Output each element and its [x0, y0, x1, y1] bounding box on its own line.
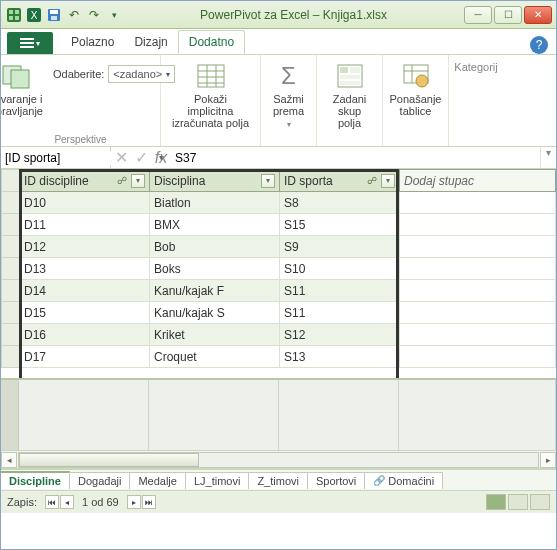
calculation-area[interactable] [1, 378, 556, 450]
sheet-tab-discipline[interactable]: Discipline [0, 471, 70, 489]
cell[interactable]: Croquet [150, 346, 280, 368]
cell[interactable]: D10 [20, 192, 150, 214]
row-header[interactable] [2, 214, 20, 236]
sheet-tab-z_timovi[interactable]: Z_timovi [248, 472, 308, 489]
cell[interactable]: D16 [20, 324, 150, 346]
cell[interactable]: S10 [280, 258, 400, 280]
cell[interactable]: D11 [20, 214, 150, 236]
table-row[interactable]: D14Kanu/kajak FS11 [2, 280, 556, 302]
cell[interactable]: Boks [150, 258, 280, 280]
add-column-header[interactable]: Dodaj stupac [400, 170, 556, 192]
cell[interactable]: S11 [280, 280, 400, 302]
cell[interactable]: D17 [20, 346, 150, 368]
cell[interactable]: Bob [150, 236, 280, 258]
cell[interactable]: S11 [280, 302, 400, 324]
accept-formula-icon[interactable]: ✓ [131, 148, 151, 167]
minimize-button[interactable]: ─ [464, 6, 492, 24]
cell[interactable]: Kriket [150, 324, 280, 346]
sheet-tab-medalje[interactable]: Medalje [129, 472, 186, 489]
calc-area-toggle-button[interactable] [530, 494, 550, 510]
cell[interactable]: S13 [280, 346, 400, 368]
default-field-set-button[interactable]: Zadani skup polja [323, 59, 376, 131]
column-header-id-discipline[interactable]: ID discipline ☍ ▾ [20, 170, 150, 192]
column-header-id-sporta[interactable]: ID sporta ☍ ▾ [280, 170, 400, 192]
scroll-track[interactable] [18, 452, 539, 468]
sheet-tab-domaćini[interactable]: 🔗Domaćini [364, 472, 443, 489]
column-header-disciplina[interactable]: Disciplina ▾ [150, 170, 280, 192]
cell[interactable] [400, 214, 556, 236]
table-row[interactable]: D12BobS9 [2, 236, 556, 258]
record-navigator[interactable]: ⏮ ◂ [45, 495, 74, 509]
undo-icon[interactable]: ↶ [65, 6, 83, 24]
show-implicit-button[interactable]: Pokaži implicitna izračunata polja [167, 59, 254, 131]
sheet-tab-sportovi[interactable]: Sportovi [307, 472, 365, 489]
data-category-button[interactable]: Kategorij [450, 59, 501, 75]
save-icon[interactable] [45, 6, 63, 24]
file-tab[interactable]: ▾ [7, 32, 53, 54]
cancel-formula-icon[interactable]: ✕ [111, 148, 131, 167]
scroll-right-icon[interactable]: ▸ [540, 452, 556, 468]
cell[interactable]: Kanu/kajak S [150, 302, 280, 324]
close-button[interactable]: ✕ [524, 6, 552, 24]
filter-button[interactable]: ▾ [131, 174, 145, 188]
cell[interactable]: S8 [280, 192, 400, 214]
tab-dizajn[interactable]: Dizajn [124, 30, 177, 54]
table-row[interactable]: D11BMXS15 [2, 214, 556, 236]
filter-button[interactable]: ▾ [261, 174, 275, 188]
horizontal-scrollbar[interactable]: ◂ ▸ [1, 450, 556, 468]
select-all-corner[interactable] [2, 170, 20, 192]
sheet-tab-događaji[interactable]: Događaji [69, 472, 130, 489]
cell[interactable] [400, 346, 556, 368]
table-row[interactable]: D16KriketS12 [2, 324, 556, 346]
cell[interactable] [400, 192, 556, 214]
create-manage-button[interactable]: Stvaranje i upravljanje [0, 59, 47, 119]
next-record-icon[interactable]: ▸ [127, 495, 141, 509]
cell[interactable]: D15 [20, 302, 150, 324]
sheet-tab-lj_timovi[interactable]: LJ_timovi [185, 472, 249, 489]
row-header[interactable] [2, 192, 20, 214]
cell[interactable]: S15 [280, 214, 400, 236]
fx-icon[interactable]: fx [151, 149, 171, 167]
row-header[interactable] [2, 302, 20, 324]
cell[interactable]: D12 [20, 236, 150, 258]
summarize-by-button[interactable]: Σ Sažmi prema ▾ [267, 59, 310, 133]
filter-button[interactable]: ▾ [381, 174, 395, 188]
view-switcher[interactable] [486, 494, 550, 510]
scroll-left-icon[interactable]: ◂ [1, 452, 17, 468]
cell[interactable] [400, 258, 556, 280]
scroll-thumb[interactable] [19, 453, 199, 467]
row-header[interactable] [2, 258, 20, 280]
diagram-view-button[interactable] [508, 494, 528, 510]
cell[interactable] [400, 236, 556, 258]
tab-dodatno[interactable]: Dodatno [178, 30, 245, 54]
cell[interactable]: S12 [280, 324, 400, 346]
expand-formula-icon[interactable]: ▾ [540, 147, 556, 168]
cell[interactable]: BMX [150, 214, 280, 236]
table-row[interactable]: D10BiatlonS8 [2, 192, 556, 214]
cell[interactable] [400, 302, 556, 324]
cell[interactable]: Biatlon [150, 192, 280, 214]
redo-icon[interactable]: ↷ [85, 6, 103, 24]
cell[interactable] [400, 324, 556, 346]
row-header[interactable] [2, 324, 20, 346]
name-box[interactable]: ▾ [1, 147, 111, 168]
cell[interactable]: D14 [20, 280, 150, 302]
cell[interactable]: Kanu/kajak F [150, 280, 280, 302]
row-header[interactable] [2, 346, 20, 368]
record-navigator-right[interactable]: ▸ ⏭ [127, 495, 156, 509]
prev-record-icon[interactable]: ◂ [60, 495, 74, 509]
data-grid[interactable]: ID discipline ☍ ▾ Disciplina ▾ [1, 169, 556, 368]
help-icon[interactable]: ? [530, 36, 548, 54]
first-record-icon[interactable]: ⏮ [45, 495, 59, 509]
cell[interactable]: S9 [280, 236, 400, 258]
row-header[interactable] [2, 236, 20, 258]
formula-input[interactable] [171, 151, 540, 165]
maximize-button[interactable]: ☐ [494, 6, 522, 24]
table-behavior-button[interactable]: Ponašanje tablice [386, 59, 446, 119]
tab-polazno[interactable]: Polazno [61, 30, 124, 54]
table-row[interactable]: D17CroquetS13 [2, 346, 556, 368]
cell[interactable]: D13 [20, 258, 150, 280]
last-record-icon[interactable]: ⏭ [142, 495, 156, 509]
row-header[interactable] [2, 280, 20, 302]
cell[interactable] [400, 280, 556, 302]
